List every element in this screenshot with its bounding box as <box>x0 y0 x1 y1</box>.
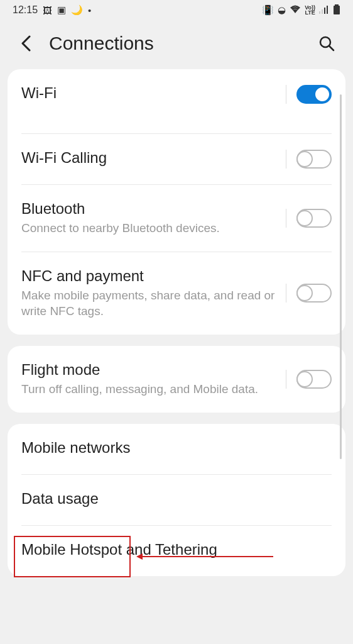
content: Wi-Fi Wi-Fi Calling Bluetooth Connect to… <box>0 69 353 576</box>
flight-subtitle: Turn off calling, messaging, and Mobile … <box>21 381 286 397</box>
status-time: 12:15 <box>13 4 38 16</box>
svg-rect-3 <box>327 6 328 14</box>
row-hotspot[interactable]: Mobile Hotspot and Tethering <box>21 526 332 576</box>
battery-icon <box>333 4 340 16</box>
row-mobile-networks[interactable]: Mobile networks <box>21 424 332 475</box>
page-title: Connections <box>49 33 303 54</box>
row-wifi[interactable]: Wi-Fi <box>21 69 332 134</box>
divider <box>286 284 286 303</box>
svg-rect-1 <box>322 9 323 14</box>
divider <box>286 150 286 169</box>
divider <box>286 370 286 389</box>
svg-line-7 <box>329 46 334 50</box>
wifi-calling-title: Wi-Fi Calling <box>21 149 286 167</box>
card-mobile: Mobile networks Data usage Mobile Hotspo… <box>8 424 345 576</box>
wifi-calling-toggle[interactable] <box>296 150 332 169</box>
row-wifi-calling[interactable]: Wi-Fi Calling <box>21 134 332 185</box>
picture-icon: 🖼 <box>43 5 52 16</box>
search-button[interactable] <box>317 33 337 53</box>
svg-rect-4 <box>335 4 339 6</box>
wifi-title: Wi-Fi <box>21 84 286 102</box>
signal-icon <box>319 5 329 16</box>
more-icon: • <box>88 5 91 16</box>
volte-icon: Vo))LTE <box>305 5 315 15</box>
data-usage-title: Data usage <box>21 490 332 508</box>
svg-rect-5 <box>334 6 340 14</box>
status-right: 📳 ◒ Vo))LTE <box>262 4 340 16</box>
flight-title: Flight mode <box>21 361 286 379</box>
flight-toggle[interactable] <box>296 370 332 389</box>
svg-rect-0 <box>319 11 320 14</box>
dnd-icon: 🌙 <box>71 4 83 16</box>
camera-off-icon: ▣ <box>57 4 66 16</box>
divider <box>286 85 286 104</box>
bluetooth-toggle[interactable] <box>296 209 332 228</box>
bluetooth-title: Bluetooth <box>21 200 286 218</box>
status-bar: 12:15 🖼 ▣ 🌙 • 📳 ◒ Vo))LTE <box>0 0 353 20</box>
row-nfc[interactable]: NFC and payment Make mobile payments, sh… <box>21 252 332 335</box>
mobile-networks-title: Mobile networks <box>21 439 332 457</box>
card-flight: Flight mode Turn off calling, messaging,… <box>8 346 345 413</box>
svg-rect-2 <box>324 8 325 14</box>
wifi-toggle[interactable] <box>296 85 332 104</box>
nfc-subtitle: Make mobile payments, share data, and re… <box>21 287 286 319</box>
card-wireless: Wi-Fi Wi-Fi Calling Bluetooth Connect to… <box>8 69 345 335</box>
header: Connections <box>0 20 353 69</box>
scroll-indicator[interactable] <box>340 94 342 459</box>
row-data-usage[interactable]: Data usage <box>21 475 332 526</box>
nfc-title: NFC and payment <box>21 267 286 285</box>
divider <box>286 209 286 228</box>
nfc-toggle[interactable] <box>296 284 332 303</box>
vibrate-icon: 📳 <box>262 4 274 16</box>
status-left: 12:15 🖼 ▣ 🌙 • <box>13 4 91 16</box>
back-button[interactable] <box>16 34 35 53</box>
hotspot-title: Mobile Hotspot and Tethering <box>21 541 332 558</box>
bluetooth-subtitle: Connect to nearby Bluetooth devices. <box>21 220 286 236</box>
row-flight-mode[interactable]: Flight mode Turn off calling, messaging,… <box>21 346 332 413</box>
row-bluetooth[interactable]: Bluetooth Connect to nearby Bluetooth de… <box>21 185 332 252</box>
data-saver-icon: ◒ <box>278 4 286 16</box>
wifi-icon <box>290 5 301 16</box>
